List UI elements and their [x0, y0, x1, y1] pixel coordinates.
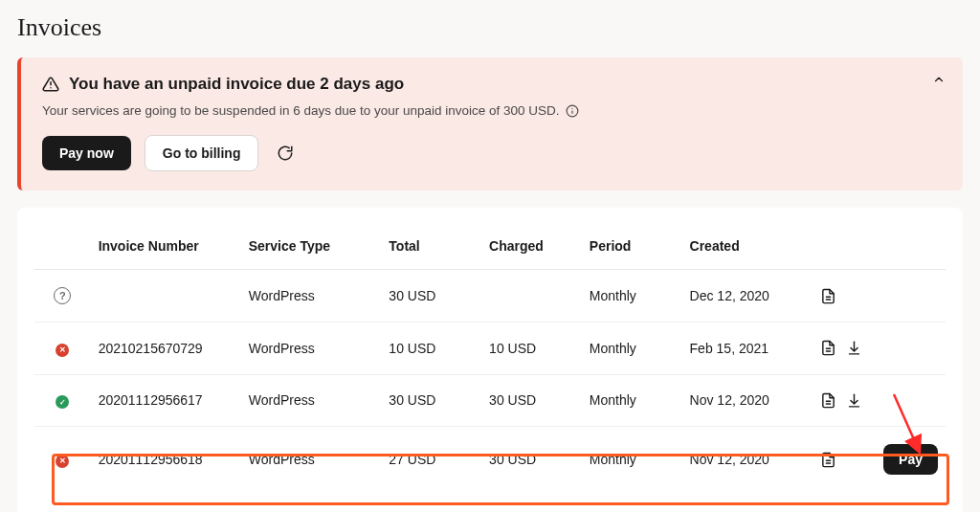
refresh-icon[interactable]: [272, 140, 299, 167]
question-icon[interactable]: ?: [54, 287, 71, 304]
pay-button[interactable]: Pay: [883, 444, 938, 475]
chevron-up-icon[interactable]: [932, 73, 946, 86]
column-header-invoice-number: Invoice Number: [91, 229, 241, 270]
warning-icon: [42, 76, 59, 93]
download-icon[interactable]: [846, 392, 862, 409]
column-header-period: Period: [582, 229, 682, 270]
page-title: Invoices: [17, 13, 963, 42]
cell-charged: 30 USD: [481, 374, 582, 427]
cell-total: 27 USD: [381, 427, 481, 493]
status-unpaid-icon: ✕: [56, 344, 69, 357]
cell-created: Nov 12, 2020: [682, 374, 813, 427]
cell-period: Monthly: [582, 270, 682, 323]
cell-period: Monthly: [582, 323, 682, 375]
document-icon[interactable]: [820, 452, 836, 468]
cell-total: 10 USD: [381, 323, 481, 375]
alert-description: Your services are going to be suspended …: [42, 103, 560, 118]
cell-period: Monthly: [582, 427, 682, 493]
invoices-card: Invoice Number Service Type Total Charge…: [17, 208, 963, 512]
pay-now-button[interactable]: Pay now: [42, 136, 131, 170]
column-header-charged: Charged: [481, 229, 582, 270]
cell-charged: [481, 270, 582, 323]
cell-created: Nov 12, 2020: [682, 427, 813, 493]
alert-title: You have an unpaid invoice due 2 days ag…: [69, 75, 404, 94]
cell-invoice-number: 20210215670729: [91, 323, 241, 375]
cell-period: Monthly: [582, 374, 682, 427]
cell-charged: 30 USD: [481, 427, 582, 493]
document-icon[interactable]: [820, 340, 836, 356]
cell-created: Feb 15, 2021: [682, 323, 813, 375]
go-to-billing-button[interactable]: Go to billing: [145, 135, 259, 171]
column-header-doc: [813, 229, 873, 270]
document-icon[interactable]: [820, 288, 836, 304]
cell-total: 30 USD: [381, 374, 481, 427]
cell-service-type: WordPress: [241, 323, 382, 375]
unpaid-invoice-alert: You have an unpaid invoice due 2 days ag…: [17, 57, 963, 190]
cell-created: Dec 12, 2020: [682, 270, 813, 323]
cell-service-type: WordPress: [241, 270, 382, 323]
column-header-action: [873, 229, 946, 270]
column-header-service-type: Service Type: [241, 229, 382, 270]
info-icon[interactable]: [566, 104, 579, 118]
cell-charged: 10 USD: [481, 323, 582, 375]
download-icon[interactable]: [846, 340, 862, 356]
invoices-table: Invoice Number Service Type Total Charge…: [34, 229, 946, 492]
table-row: ✕ 20210215670729 WordPress 10 USD 10 USD…: [34, 323, 946, 375]
column-header-created: Created: [682, 229, 813, 270]
status-paid-icon: ✓: [56, 395, 69, 409]
cell-invoice-number: 20201112956618: [91, 427, 241, 493]
column-header-total: Total: [381, 229, 481, 270]
table-row: ✕ 20201112956618 WordPress 27 USD 30 USD…: [34, 427, 946, 493]
table-row: ✓ 20201112956617 WordPress 30 USD 30 USD…: [34, 374, 946, 427]
column-header-status: [34, 229, 91, 270]
document-icon[interactable]: [820, 392, 836, 409]
cell-total: 30 USD: [381, 270, 481, 323]
cell-service-type: WordPress: [241, 374, 382, 427]
cell-invoice-number: 20201112956617: [91, 374, 241, 427]
cell-service-type: WordPress: [241, 427, 382, 493]
status-unpaid-icon: ✕: [56, 455, 69, 468]
table-row: ? WordPress 30 USD Monthly Dec 12, 2020: [34, 270, 946, 323]
cell-invoice-number: [91, 270, 241, 323]
